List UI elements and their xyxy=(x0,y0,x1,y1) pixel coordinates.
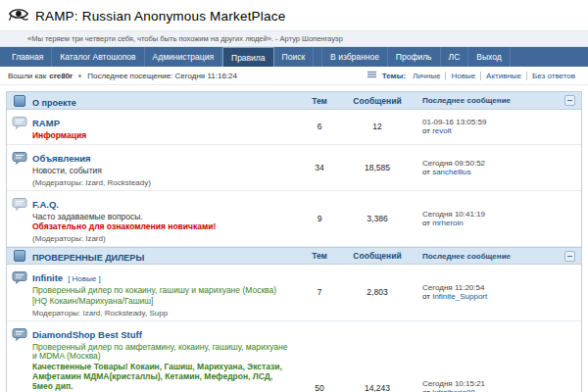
last-post-cell: Сегодня 11:20:54 от Infinite_Support xyxy=(413,280,581,304)
forum-row-infinite: Infinite[ Новые ] Проверенный дилер по к… xyxy=(7,265,581,321)
forum-link-announcements[interactable]: Объявления xyxy=(32,153,91,164)
last-post-cell: Сегодня 10:41:19 от mrheroin xyxy=(413,207,581,230)
dealer-description: Проверенный дилер по амфетамину, кокаину… xyxy=(32,343,291,363)
site-header: RAMP: Russian Anonymous MarketPlace xyxy=(0,0,588,30)
column-header-last-post: Последнее сообщение xyxy=(422,252,511,261)
last-post-user-link[interactable]: Infinite_Support xyxy=(432,292,487,301)
topics-count: 6 xyxy=(297,122,342,131)
nav-item-logout[interactable]: Выход xyxy=(468,47,510,67)
separator-dot xyxy=(78,74,81,77)
topics-count: 50 xyxy=(297,383,342,392)
last-post-date: Сегодня 09:50:52 xyxy=(422,159,575,168)
last-post-date: 01-09-16 13:05:59 xyxy=(422,118,575,126)
filter-personal[interactable]: Личные xyxy=(408,72,446,80)
column-header-posts: Сообщений xyxy=(342,96,413,106)
last-post-user-link[interactable]: revolt xyxy=(432,126,452,135)
nav-item-search[interactable]: Поиск xyxy=(274,47,315,67)
category-icon xyxy=(14,250,25,262)
last-post-from-label: от xyxy=(422,388,430,392)
last-post-from-label: от xyxy=(422,292,430,301)
category-header-verified-dealers: ПРОВЕРЕННЫЕ ДИЛЕРЫ Тем Сообщений Последн… xyxy=(7,247,581,265)
category-title-about[interactable]: О проекте xyxy=(32,98,76,108)
forum-link-infinite[interactable]: Infinite xyxy=(32,272,63,283)
category-title-verified-dealers[interactable]: ПРОВЕРЕННЫЕ ДИЛЕРЫ xyxy=(32,253,144,263)
category-icon xyxy=(14,95,25,107)
last-post-date: Сегодня 10:15:21 xyxy=(422,379,575,388)
last-post-date: Сегодня 11:20:54 xyxy=(422,283,575,292)
collapse-icon[interactable] xyxy=(564,95,575,106)
site-motto: «Мы теряем три четверти себя, чтобы быть… xyxy=(0,30,588,47)
forum-link-diamondshop[interactable]: DiamondShop Best Stuff xyxy=(32,329,142,340)
forum-description: Часто задаваемые вопросы. xyxy=(32,213,291,222)
moderators-line: (Модераторы: Izard) xyxy=(32,234,291,243)
new-posts-link[interactable]: [ Новые ] xyxy=(68,274,101,283)
moderators-line: Модераторы: Izard, Rocksteady, Supp xyxy=(32,309,291,318)
forum-board: О проекте Тем Сообщений Последнее сообще… xyxy=(6,91,582,392)
topics-count: 7 xyxy=(297,287,342,297)
nav-item-favorites[interactable]: В избранное xyxy=(321,47,388,67)
forum-row-announcements: Объявления Новости, события (Модераторы:… xyxy=(7,145,581,191)
forum-row-diamondshop: DiamondShop Best Stuff Проверенный дилер… xyxy=(7,321,581,392)
forum-icon xyxy=(12,326,27,392)
last-post-cell: Сегодня 10:15:21 от kdrsiberia88 xyxy=(413,376,581,392)
forum-icon xyxy=(12,270,27,320)
status-bar: Вошли как cre80r Последнее посещение: Се… xyxy=(0,67,588,85)
forum-description: Новости, события xyxy=(32,167,291,176)
forum-note: Информация xyxy=(32,131,291,141)
filter-active[interactable]: Активные xyxy=(480,72,526,80)
nav-item-profile[interactable]: Профиль xyxy=(388,47,441,67)
posts-count: 3,386 xyxy=(342,214,413,223)
posts-count: 14,243 xyxy=(342,383,413,392)
posts-count: 2,803 xyxy=(342,287,413,297)
eye-of-horus-icon xyxy=(8,6,29,25)
forum-link-faq[interactable]: F.A.Q. xyxy=(32,199,59,210)
moderators-line: (Модераторы: Izard, Rocksteady) xyxy=(32,178,291,187)
last-post-from-label: от xyxy=(422,168,430,176)
main-nav: Главная Каталог Автошопов Администрация … xyxy=(0,47,588,67)
last-post-user-link[interactable]: mrheroin xyxy=(432,219,464,227)
column-header-topics: Тем xyxy=(297,96,342,106)
column-header-last-post: Последнее сообщение xyxy=(422,96,511,105)
column-header-topics: Тем xyxy=(297,251,342,261)
current-username[interactable]: cre80r xyxy=(49,72,73,80)
forum-note: Обязательно для ознакомления новичками! xyxy=(32,222,291,232)
last-post-from-label: от xyxy=(422,126,430,135)
last-post-user-link[interactable]: kdrsiberia88 xyxy=(432,388,475,392)
last-post-cell: Сегодня 09:50:52 от sanchellius xyxy=(413,156,581,179)
forum-icon xyxy=(12,150,27,190)
posts-count: 18,585 xyxy=(342,163,413,172)
forum-icon xyxy=(12,115,27,144)
dealer-description: [HQ Кокаин/Марихуана/Гашиш] xyxy=(32,297,291,307)
nav-tab-rules[interactable]: Правила xyxy=(222,47,274,67)
last-visit-text: Последнее посещение: Сегодня 11:16:24 xyxy=(87,72,237,80)
logged-in-label: Вошли как xyxy=(8,72,46,80)
forum-link-ramp[interactable]: RAMP xyxy=(32,118,60,128)
dealer-description: Проверенный дилер по кокаину, гашишу и м… xyxy=(32,286,291,296)
forum-row-faq: F.A.Q. Часто задаваемые вопросы. Обязате… xyxy=(7,191,581,248)
last-post-user-link[interactable]: sanchellius xyxy=(432,168,471,176)
filter-new[interactable]: Новые xyxy=(445,72,480,80)
last-post-cell: 01-09-16 13:05:59 от revolt xyxy=(413,115,581,138)
dealer-goods-list: Качественные Товары! Кокаин, Гашиш, Мари… xyxy=(32,363,291,391)
forum-row-ramp: RAMP Информация 6 12 01-09-16 13:05:59 о… xyxy=(7,110,581,145)
posts-count: 12 xyxy=(342,122,413,131)
nav-item-autoshop-catalog[interactable]: Каталог Автошопов xyxy=(52,47,144,67)
list-icon xyxy=(368,71,376,80)
topics-count: 9 xyxy=(297,214,342,223)
filter-unanswered[interactable]: Без ответов xyxy=(526,72,580,80)
nav-item-home[interactable]: Главная xyxy=(4,47,52,67)
category-header-about: О проекте Тем Сообщений Последнее сообще… xyxy=(7,92,581,110)
nav-item-administration[interactable]: Администрация xyxy=(145,47,222,67)
last-post-date: Сегодня 10:41:19 xyxy=(422,210,575,219)
page-title: RAMP: Russian Anonymous MarketPlace xyxy=(35,9,285,24)
last-post-from-label: от xyxy=(422,219,430,227)
forum-icon xyxy=(12,196,27,247)
topics-filter-label: Темы: xyxy=(382,72,406,80)
topics-count: 34 xyxy=(297,163,342,172)
column-header-posts: Сообщений xyxy=(342,251,413,261)
collapse-icon[interactable] xyxy=(564,251,575,262)
nav-item-private-messages[interactable]: ЛС xyxy=(441,47,469,67)
